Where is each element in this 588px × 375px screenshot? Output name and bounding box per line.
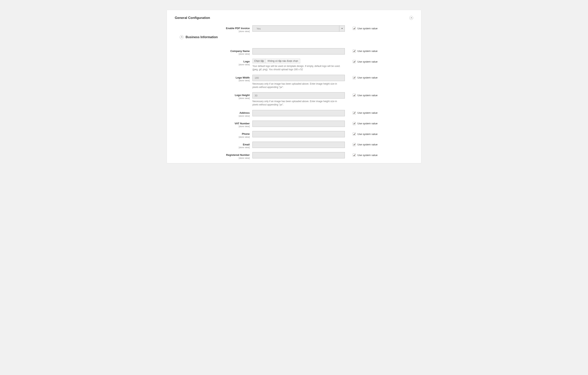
field-label: VAT Number bbox=[175, 122, 250, 125]
collapse-section-button[interactable] bbox=[409, 16, 413, 20]
use-system-checkbox[interactable] bbox=[353, 132, 356, 136]
use-system-checkbox[interactable] bbox=[353, 27, 356, 30]
system-col: Use system value bbox=[345, 75, 378, 79]
input-col bbox=[252, 48, 345, 55]
check-icon bbox=[353, 143, 356, 146]
input-col: Yes bbox=[252, 25, 345, 32]
input-col bbox=[252, 131, 345, 137]
check-icon bbox=[353, 122, 356, 124]
check-icon bbox=[353, 61, 356, 63]
label-col: Phone [store view] bbox=[175, 131, 252, 138]
use-system-checkbox[interactable] bbox=[353, 122, 356, 125]
system-col: Use system value bbox=[345, 131, 378, 136]
label-col: Email [store view] bbox=[175, 142, 252, 149]
use-system-label[interactable]: Use system value bbox=[357, 76, 378, 79]
use-system-checkbox[interactable] bbox=[353, 76, 356, 79]
field-row-address: Address [store view] Use system value bbox=[175, 110, 413, 117]
company-name-input[interactable] bbox=[252, 48, 345, 55]
select-arrow bbox=[339, 26, 345, 32]
field-label: Phone bbox=[175, 132, 250, 136]
field-row-company-name: Company Name [store view] Use system val… bbox=[175, 48, 413, 55]
field-help: Your default logo will be used on templa… bbox=[252, 65, 343, 71]
label-col: Logo [store view] bbox=[175, 59, 252, 66]
field-row-registered-number: Registered Number [store view] Use syste… bbox=[175, 152, 413, 159]
use-system-checkbox[interactable] bbox=[353, 60, 356, 63]
field-row-logo-width: Logo Width [store view] Necessary only i… bbox=[175, 75, 413, 89]
logo-height-input[interactable] bbox=[252, 92, 345, 99]
field-row-vat-number: VAT Number [store view] Use system value bbox=[175, 121, 413, 128]
logo-file-input[interactable]: Chọn tệp Không có tệp nào được chọn bbox=[252, 59, 300, 63]
svg-marker-0 bbox=[341, 28, 343, 29]
use-system-checkbox[interactable] bbox=[353, 111, 356, 114]
registered-number-input[interactable] bbox=[252, 152, 345, 158]
file-none-text: Không có tệp nào được chọn bbox=[266, 59, 300, 63]
input-col: Necessary only if an image has been uplo… bbox=[252, 92, 345, 106]
field-row-logo: Logo [store view] Chọn tệp Không có tệp … bbox=[175, 59, 413, 71]
system-col: Use system value bbox=[345, 48, 378, 53]
subsection-title: Business Information bbox=[186, 35, 218, 39]
field-scope: [store view] bbox=[175, 136, 250, 138]
field-scope: [store view] bbox=[175, 30, 250, 33]
system-col: Use system value bbox=[345, 110, 378, 114]
chevron-up-icon bbox=[181, 36, 183, 38]
section-header: General Configuration bbox=[175, 16, 413, 20]
enable-pdf-invoice-select[interactable]: Yes bbox=[252, 25, 345, 32]
field-scope: [store view] bbox=[175, 97, 250, 99]
field-scope: [store view] bbox=[175, 125, 250, 128]
use-system-label[interactable]: Use system value bbox=[357, 50, 378, 53]
field-help: Necessary only if an image has been uplo… bbox=[252, 100, 343, 106]
use-system-label[interactable]: Use system value bbox=[357, 143, 378, 146]
field-scope: [store view] bbox=[175, 53, 250, 55]
system-col: Use system value bbox=[345, 59, 378, 63]
use-system-label[interactable]: Use system value bbox=[357, 94, 378, 97]
address-input[interactable] bbox=[252, 110, 345, 116]
system-col: Use system value bbox=[345, 92, 378, 97]
field-row-logo-height: Logo Height [store view] Necessary only … bbox=[175, 92, 413, 106]
field-scope: [store view] bbox=[175, 115, 250, 117]
check-icon bbox=[353, 77, 356, 79]
field-scope: [store view] bbox=[175, 146, 250, 149]
label-col: Address [store view] bbox=[175, 110, 252, 117]
use-system-checkbox[interactable] bbox=[353, 50, 356, 53]
file-choose-button: Chọn tệp bbox=[253, 59, 266, 63]
logo-width-input[interactable] bbox=[252, 75, 345, 81]
phone-input[interactable] bbox=[252, 131, 345, 137]
input-col bbox=[252, 121, 345, 127]
email-input[interactable] bbox=[252, 142, 345, 148]
field-label: Registered Number bbox=[175, 154, 250, 157]
vat-number-input[interactable] bbox=[252, 121, 345, 127]
field-scope: [store view] bbox=[175, 79, 250, 82]
check-icon bbox=[353, 112, 356, 114]
use-system-checkbox[interactable] bbox=[353, 154, 356, 157]
check-icon bbox=[353, 154, 356, 156]
check-icon bbox=[353, 50, 356, 52]
system-col: Use system value bbox=[345, 142, 378, 146]
use-system-label[interactable]: Use system value bbox=[357, 122, 378, 125]
field-label: Logo bbox=[175, 60, 250, 63]
use-system-label[interactable]: Use system value bbox=[357, 60, 378, 63]
subsection-header[interactable]: Business Information bbox=[180, 35, 413, 39]
label-col: Registered Number [store view] bbox=[175, 152, 252, 159]
label-col: Logo Height [store view] bbox=[175, 92, 252, 99]
collapse-subsection-button[interactable] bbox=[180, 35, 184, 39]
check-icon bbox=[353, 133, 356, 135]
input-col: Chọn tệp Không có tệp nào được chọn Your… bbox=[252, 59, 345, 71]
field-scope: [store view] bbox=[175, 157, 250, 159]
use-system-label[interactable]: Use system value bbox=[357, 111, 378, 114]
field-label: Email bbox=[175, 143, 250, 146]
config-panel: General Configuration Enable PDF Invoice… bbox=[167, 10, 421, 163]
field-row-phone: Phone [store view] Use system value bbox=[175, 131, 413, 138]
label-col: Logo Width [store view] bbox=[175, 75, 252, 82]
input-col bbox=[252, 142, 345, 148]
use-system-label[interactable]: Use system value bbox=[357, 27, 378, 30]
system-col: Use system value bbox=[345, 152, 378, 157]
field-scope: [store view] bbox=[175, 63, 250, 66]
use-system-label[interactable]: Use system value bbox=[357, 132, 378, 136]
section-title: General Configuration bbox=[175, 16, 210, 20]
use-system-checkbox[interactable] bbox=[353, 143, 356, 146]
select-value: Yes bbox=[255, 27, 261, 30]
use-system-label[interactable]: Use system value bbox=[357, 154, 378, 157]
system-col: Use system value bbox=[345, 121, 378, 125]
field-label: Enable PDF Invoice bbox=[175, 27, 250, 30]
use-system-checkbox[interactable] bbox=[353, 94, 356, 97]
